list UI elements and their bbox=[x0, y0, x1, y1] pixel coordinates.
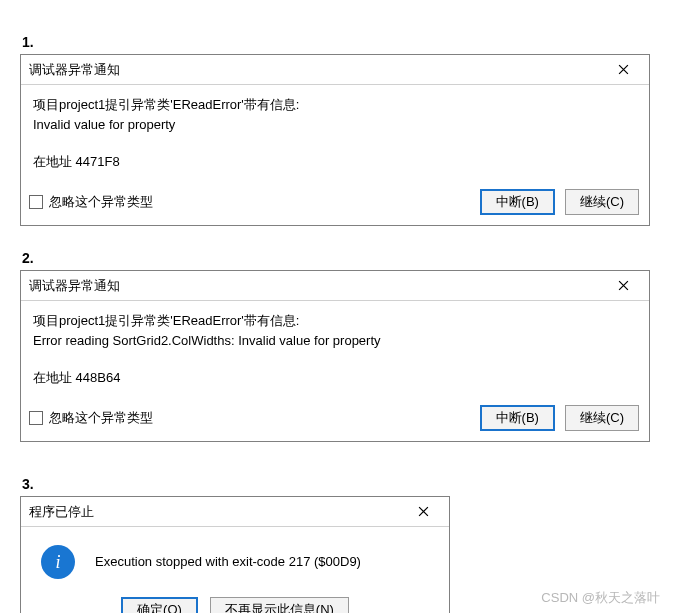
message-line: 项目project1提引异常类'EReadError'带有信息: bbox=[33, 95, 639, 115]
address-line: 在地址 4471F8 bbox=[33, 153, 639, 171]
titlebar: 调试器异常通知 bbox=[21, 271, 649, 301]
address-line: 在地址 448B64 bbox=[33, 369, 639, 387]
section-2-label: 2. bbox=[20, 250, 654, 266]
dont-show-again-button[interactable]: 不再显示此信息(N) bbox=[210, 597, 349, 613]
close-icon bbox=[618, 280, 629, 291]
section-1-label: 1. bbox=[20, 34, 654, 50]
dialog-title: 调试器异常通知 bbox=[29, 277, 120, 295]
dialog-body: 项目project1提引异常类'EReadError'带有信息: Invalid… bbox=[21, 85, 649, 181]
close-icon bbox=[418, 506, 429, 517]
dialog-footer: 忽略这个异常类型 中断(B) 继续(C) bbox=[21, 181, 649, 225]
ignore-checkbox-wrap[interactable]: 忽略这个异常类型 bbox=[29, 409, 153, 427]
info-icon: i bbox=[41, 545, 75, 579]
debugger-exception-dialog-2: 调试器异常通知 项目project1提引异常类'EReadError'带有信息:… bbox=[20, 270, 650, 442]
close-icon bbox=[618, 64, 629, 75]
break-button[interactable]: 中断(B) bbox=[480, 189, 555, 215]
titlebar: 程序已停止 bbox=[21, 497, 449, 527]
debugger-exception-dialog-1: 调试器异常通知 项目project1提引异常类'EReadError'带有信息:… bbox=[20, 54, 650, 226]
message-line: Execution stopped with exit-code 217 ($0… bbox=[95, 552, 361, 572]
continue-button[interactable]: 继续(C) bbox=[565, 405, 639, 431]
ignore-label: 忽略这个异常类型 bbox=[49, 193, 153, 211]
message-line: Invalid value for property bbox=[33, 115, 639, 135]
message-line: 项目project1提引异常类'EReadError'带有信息: bbox=[33, 311, 639, 331]
ignore-checkbox-wrap[interactable]: 忽略这个异常类型 bbox=[29, 193, 153, 211]
close-button[interactable] bbox=[605, 274, 641, 298]
continue-button[interactable]: 继续(C) bbox=[565, 189, 639, 215]
section-3-label: 3. bbox=[20, 476, 654, 492]
checkbox-icon bbox=[29, 411, 43, 425]
ignore-label: 忽略这个异常类型 bbox=[49, 409, 153, 427]
checkbox-icon bbox=[29, 195, 43, 209]
close-button[interactable] bbox=[605, 58, 641, 82]
message-line: Error reading SortGrid2.ColWidths: Inval… bbox=[33, 331, 639, 351]
dialog-body: 项目project1提引异常类'EReadError'带有信息: Error r… bbox=[21, 301, 649, 397]
dialog-footer: 忽略这个异常类型 中断(B) 继续(C) bbox=[21, 397, 649, 441]
dialog-footer: 确定(O) 不再显示此信息(N) bbox=[21, 593, 449, 613]
watermark: CSDN @秋天之落叶 bbox=[541, 589, 660, 607]
close-button[interactable] bbox=[405, 500, 441, 524]
dialog-title: 程序已停止 bbox=[29, 503, 94, 521]
program-stopped-dialog: 程序已停止 i Execution stopped with exit-code… bbox=[20, 496, 450, 613]
titlebar: 调试器异常通知 bbox=[21, 55, 649, 85]
dialog-title: 调试器异常通知 bbox=[29, 61, 120, 79]
dialog-body: i Execution stopped with exit-code 217 (… bbox=[21, 527, 449, 593]
break-button[interactable]: 中断(B) bbox=[480, 405, 555, 431]
ok-button[interactable]: 确定(O) bbox=[121, 597, 198, 613]
